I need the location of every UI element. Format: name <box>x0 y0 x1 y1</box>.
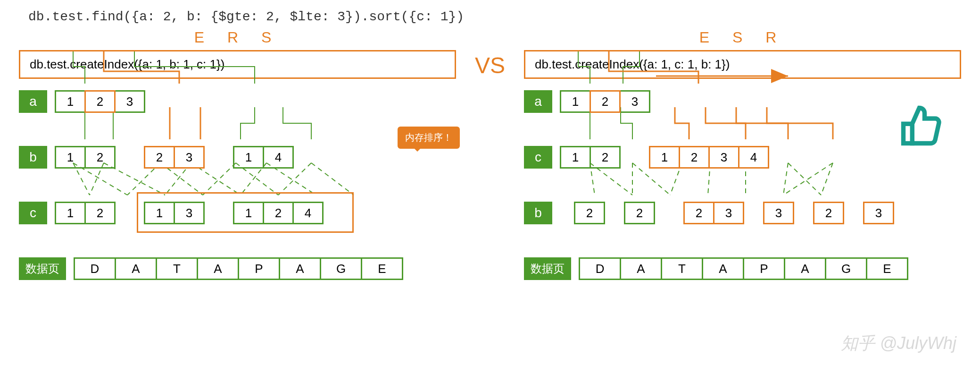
row-b: b 2 2 2 3 3 2 3 <box>524 202 961 224</box>
cell: 4 <box>292 202 324 224</box>
cell: P <box>743 257 785 280</box>
cell: 2 <box>263 202 294 224</box>
row-b: b 1 2 2 3 1 4 <box>19 146 456 169</box>
right-index-box: db.test.createIndex({a: 1, c: 1, b: 1}) <box>524 50 961 79</box>
row-c: c 1 2 1 2 3 4 <box>524 146 961 169</box>
cell: 1 <box>560 146 591 169</box>
cell: 1 <box>55 90 86 113</box>
cell: 4 <box>738 146 769 169</box>
cell: 2 <box>84 146 116 169</box>
watermark: 知乎 @JulyWhj <box>841 332 956 355</box>
cell: 2 <box>683 202 714 224</box>
cell: 2 <box>590 90 621 113</box>
cell: 3 <box>863 202 894 224</box>
cell: 1 <box>55 146 86 169</box>
cell: G <box>825 257 867 280</box>
row-data: 数据页 D A T A P A G E <box>19 257 456 280</box>
cell: 3 <box>619 90 650 113</box>
key-b: b <box>19 146 47 169</box>
key-b: b <box>524 202 552 224</box>
left-index-box: db.test.createIndex({a: 1, b: 1, c: 1}) <box>19 50 456 79</box>
right-title: E S R <box>524 29 961 46</box>
cell: 2 <box>144 146 175 169</box>
cell: A <box>702 257 744 280</box>
cell: 4 <box>263 146 294 169</box>
cell: 2 <box>84 90 116 113</box>
key-data: 数据页 <box>19 257 66 280</box>
cell: 2 <box>84 202 116 224</box>
cell: 1 <box>233 202 264 224</box>
cell: G <box>320 257 362 280</box>
cell: A <box>620 257 662 280</box>
left-title: E R S <box>19 29 456 46</box>
row-a: a 1 2 3 <box>19 90 456 113</box>
key-data: 数据页 <box>524 257 571 280</box>
cell: 2 <box>574 202 605 224</box>
svg-rect-1 <box>904 124 913 143</box>
cell: 1 <box>649 146 680 169</box>
cell: 2 <box>813 202 844 224</box>
key-c: c <box>19 202 47 224</box>
cell: 3 <box>713 202 744 224</box>
left-panel: E R S db.test.createIndex({a: 1, b: 1, c… <box>19 29 456 280</box>
memory-sort-callout: 内存排序！ <box>397 126 461 150</box>
cell: 3 <box>763 202 794 224</box>
key-c: c <box>524 146 552 169</box>
cell: T <box>661 257 703 280</box>
cell: 1 <box>560 90 591 113</box>
cell: 1 <box>55 202 86 224</box>
cell: 3 <box>174 202 205 224</box>
cell: 3 <box>114 90 145 113</box>
cell: A <box>115 257 157 280</box>
cell: A <box>279 257 321 280</box>
cell: 1 <box>144 202 175 224</box>
cell: 2 <box>590 146 621 169</box>
cell: E <box>361 257 403 280</box>
cell: 3 <box>708 146 739 169</box>
key-a: a <box>524 90 552 113</box>
cell: 2 <box>624 202 655 224</box>
cell: 2 <box>679 146 710 169</box>
right-panel: E S R db.test.createIndex({a: 1, c: 1, b… <box>524 29 961 280</box>
cell: T <box>156 257 198 280</box>
thumbs-up-icon <box>900 104 942 149</box>
row-c: c 1 2 1 3 1 2 4 <box>19 202 456 224</box>
cell: D <box>579 257 621 280</box>
key-a: a <box>19 90 47 113</box>
cell: E <box>866 257 908 280</box>
cell: 1 <box>233 146 264 169</box>
query-code: db.test.find({a: 2, b: {$gte: 2, $lte: 3… <box>28 9 961 24</box>
cell: A <box>784 257 826 280</box>
cell: A <box>197 257 239 280</box>
row-data: 数据页 D A T A P A G E <box>524 257 961 280</box>
row-a: a 1 2 3 <box>524 90 961 113</box>
cell: P <box>238 257 280 280</box>
cell: 3 <box>174 146 205 169</box>
vs-label: VS <box>470 52 510 78</box>
cell: D <box>74 257 116 280</box>
